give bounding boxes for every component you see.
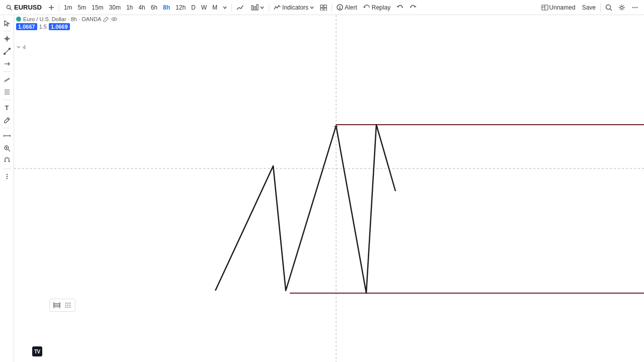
chart-type-bar[interactable] [248, 3, 267, 12]
tool-sep-4 [3, 128, 11, 128]
tool-sep-3 [3, 100, 11, 100]
plus-icon [48, 5, 54, 11]
crosshair-tool-icon [4, 35, 11, 42]
price-chart[interactable] [14, 15, 644, 362]
tool-cursor[interactable] [1, 17, 13, 29]
widget-dots-button[interactable] [63, 300, 73, 310]
tool-fib[interactable] [1, 86, 13, 98]
fib-icon [4, 88, 11, 96]
svg-rect-5 [254, 7, 256, 10]
svg-point-46 [6, 176, 7, 177]
layout-name-label: Unnamed [549, 4, 576, 11]
templates-button[interactable] [317, 4, 330, 12]
save-label: Save [582, 4, 596, 11]
add-symbol-button[interactable] [46, 4, 57, 12]
chevron-down-icon [223, 6, 227, 10]
layout-name[interactable]: Unnamed [538, 3, 579, 12]
fullscreen-search-button[interactable] [603, 3, 615, 12]
timeframe-group: 1m 5m 15m 30m 1h 4h 6h 8h 12h D W M [61, 3, 229, 12]
replay-icon [363, 5, 370, 11]
magnet-icon [4, 157, 11, 164]
bottom-widget [49, 299, 75, 312]
alert-button[interactable]: Alert [334, 3, 360, 12]
main-layout: T [0, 15, 644, 362]
svg-line-18 [610, 9, 612, 11]
tool-measure[interactable] [1, 130, 13, 142]
collapse-icon[interactable] [16, 44, 21, 49]
save-button[interactable]: Save [580, 3, 598, 12]
svg-point-60 [69, 305, 70, 306]
tf-D[interactable]: D [189, 3, 198, 12]
undo-button[interactable] [394, 4, 406, 12]
zoom-icon [4, 145, 11, 152]
tf-15m[interactable]: 15m [89, 3, 106, 12]
svg-line-1 [10, 8, 12, 10]
tf-W[interactable]: W [199, 3, 209, 12]
tf-4h[interactable]: 4h [136, 3, 147, 12]
svg-point-28 [9, 48, 10, 50]
tv-icon: TV [32, 346, 42, 356]
price-info: 1.0667 1.5 1.0669 [16, 23, 117, 30]
line-chart-icon [236, 5, 245, 11]
tf-12h[interactable]: 12h [173, 3, 188, 12]
tool-horizontal-ray[interactable] [1, 58, 13, 70]
more-button[interactable] [629, 3, 641, 12]
svg-point-57 [69, 303, 70, 304]
more-tools-icon [4, 173, 11, 180]
svg-text:TV: TV [34, 349, 41, 354]
svg-rect-4 [252, 6, 253, 10]
tf-1m[interactable]: 1m [61, 3, 75, 12]
tool-more[interactable] [1, 170, 13, 183]
undo-icon [396, 5, 404, 11]
tf-M[interactable]: M [210, 3, 220, 12]
svg-point-17 [606, 5, 611, 9]
svg-rect-9 [320, 8, 323, 11]
svg-rect-10 [324, 8, 327, 11]
tool-magnet[interactable] [1, 155, 13, 167]
svg-point-59 [67, 305, 68, 306]
tool-trend-line[interactable] [1, 45, 13, 57]
tf-1h[interactable]: 1h [124, 3, 135, 12]
svg-rect-8 [324, 5, 327, 8]
bid-price: 1.0667 [16, 23, 37, 30]
symbol-search[interactable]: EURUSD [3, 3, 45, 12]
sep-2 [231, 4, 232, 12]
svg-point-22 [636, 7, 637, 8]
redo-icon [410, 5, 417, 11]
chart-type-line[interactable] [234, 4, 247, 12]
svg-point-47 [6, 178, 7, 179]
tf-30m[interactable]: 30m [107, 3, 123, 12]
search-icon [6, 5, 12, 11]
layout-icon [541, 5, 548, 11]
svg-point-49 [114, 19, 115, 20]
tool-zoom[interactable] [1, 142, 13, 154]
tool-sep-5 [3, 168, 11, 169]
tf-more[interactable] [220, 5, 229, 11]
settings-button[interactable] [616, 3, 628, 12]
tf-6h[interactable]: 6h [148, 3, 160, 12]
tool-text[interactable]: T [1, 102, 13, 114]
chart-container[interactable]: Euro / U.S. Dollar · 8h · OANDA 1.0667 1… [14, 15, 644, 362]
tool-pencil[interactable] [1, 114, 13, 126]
sep-1 [59, 4, 59, 12]
tf-8h[interactable]: 8h [160, 3, 173, 12]
tool-crosshair[interactable] [1, 33, 13, 45]
redo-button[interactable] [407, 4, 419, 12]
chevron-down-icon-2 [260, 6, 264, 10]
tradingview-logo: TV [32, 346, 42, 358]
svg-point-63 [69, 307, 70, 308]
search-icon-right [605, 4, 612, 11]
edit-icon[interactable] [103, 16, 109, 22]
alert-icon [337, 4, 343, 11]
templates-icon [320, 5, 327, 11]
tf-5m[interactable]: 5m [75, 3, 89, 12]
svg-rect-6 [257, 5, 258, 10]
grid-icon [53, 302, 60, 309]
replay-button[interactable]: Replay [361, 3, 393, 12]
widget-grid-button[interactable] [52, 300, 62, 310]
visibility-icon[interactable] [111, 16, 117, 22]
indicators-label: Indicators [282, 4, 308, 11]
indicators-icon [274, 5, 281, 11]
tool-channel[interactable] [1, 73, 13, 85]
indicators-button[interactable]: Indicators [271, 3, 316, 12]
